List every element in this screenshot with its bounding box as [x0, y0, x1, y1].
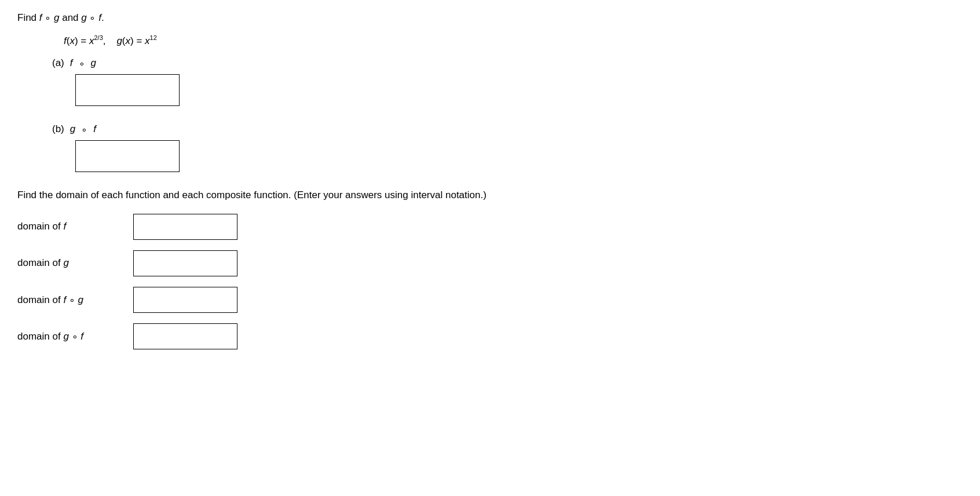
part-a-answer-box[interactable] — [75, 74, 180, 106]
domain-instruction: Find the domain of each function and eac… — [17, 189, 963, 201]
domain-fog-label: domain of f ∘ g — [17, 294, 133, 306]
domain-f-label: domain of f — [17, 221, 133, 232]
functions-definition: f(x) = x2/3, g(x) = x12 — [64, 34, 963, 47]
part-b-label: (b) g ∘ f — [52, 123, 963, 136]
domain-gof-label: domain of g ∘ f — [17, 330, 133, 342]
domain-f-box[interactable] — [133, 214, 237, 240]
domain-gof-row: domain of g ∘ f — [17, 323, 963, 349]
domain-gof-box[interactable] — [133, 323, 237, 349]
domain-fog-box[interactable] — [133, 287, 237, 313]
domain-g-row: domain of g — [17, 250, 963, 276]
domain-g-label: domain of g — [17, 257, 133, 269]
domain-f-row: domain of f — [17, 214, 963, 240]
domain-fog-row: domain of f ∘ g — [17, 287, 963, 313]
part-b-answer-box[interactable] — [75, 140, 180, 172]
part-a-label: (a) f ∘ g — [52, 57, 963, 70]
main-instruction: Find f ∘ g and g ∘ f. — [17, 12, 963, 24]
domain-g-box[interactable] — [133, 250, 237, 276]
